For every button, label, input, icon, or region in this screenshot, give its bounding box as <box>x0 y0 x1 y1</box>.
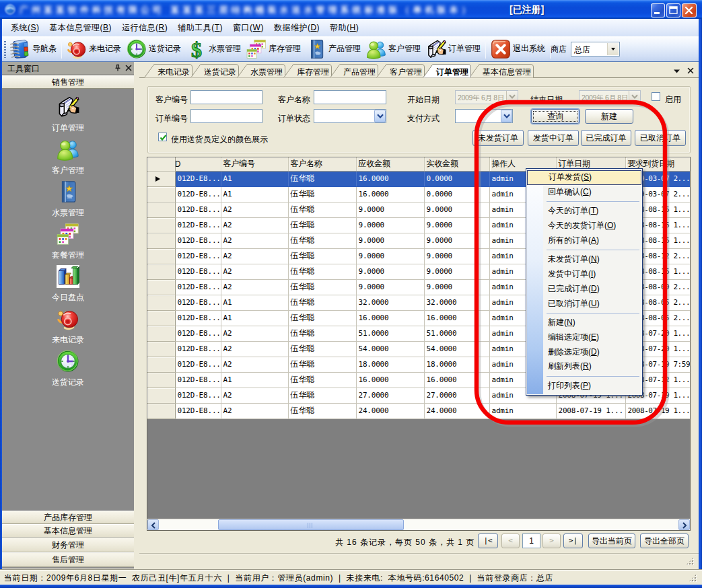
row-header-cell[interactable] <box>147 372 175 388</box>
tab-客户管理[interactable]: 客户管理 <box>376 64 425 78</box>
sidebar-item-来电记录[interactable]: 来电记录 <box>2 307 134 346</box>
export-current-page-button[interactable]: 导出当前页 <box>588 534 635 548</box>
row-header-cell[interactable] <box>147 310 175 326</box>
resize-grip-icon[interactable] <box>689 574 697 582</box>
tab-来电记录[interactable]: 来电记录 <box>144 64 193 78</box>
next-page-button[interactable]: > <box>542 534 561 548</box>
toolbar-button-库存管理[interactable]: 库存管理 <box>244 38 304 61</box>
row-header-cell[interactable] <box>147 341 175 357</box>
context-menu-item-编辑选定项[interactable]: 编辑选定项(E) <box>526 330 642 345</box>
column-header-ID[interactable]: ID <box>175 157 221 171</box>
menu-4[interactable]: 辅助工具(T) <box>174 19 226 36</box>
row-header-cell[interactable] <box>147 295 175 310</box>
first-page-button[interactable]: |< <box>478 534 498 548</box>
row-header-cell[interactable] <box>147 264 175 279</box>
tab-订单管理[interactable]: 订单管理 <box>423 64 472 78</box>
sidebar-group-售后管理[interactable]: 售后管理 <box>2 552 134 567</box>
filter-button-已取消订单[interactable]: 已取消订单 <box>635 130 686 146</box>
search-button[interactable]: 查询 <box>531 109 580 124</box>
sidebar-item-客户管理[interactable]: 客户管理 <box>2 138 134 176</box>
scrollbar-thumb[interactable] <box>218 519 404 530</box>
customer-name-field[interactable] <box>314 90 386 104</box>
tab-产品管理[interactable]: 产品管理 <box>330 64 379 78</box>
maximize-button[interactable] <box>666 3 680 17</box>
context-menu-item-发货中订单[interactable]: 发货中订单(I) <box>526 267 642 282</box>
color-display-checkbox[interactable] <box>158 133 167 141</box>
menu-5[interactable]: 窗口(W) <box>230 19 267 36</box>
enable-checkbox[interactable] <box>652 92 660 101</box>
row-header-cell[interactable] <box>147 171 175 186</box>
sidebar-group-基本信息管理[interactable]: 基本信息管理 <box>2 524 134 538</box>
sidebar-section-header[interactable]: 销售管理 <box>2 75 134 89</box>
row-header-cell[interactable] <box>147 357 175 372</box>
page-number-input[interactable]: 1 <box>522 534 540 548</box>
scroll-right-button[interactable] <box>678 519 690 530</box>
context-menu-item-打印列表[interactable]: 打印列表(P) <box>526 379 642 394</box>
filter-button-已完成订单[interactable]: 已完成订单 <box>581 130 631 146</box>
scroll-left-button[interactable] <box>147 519 159 530</box>
last-page-button[interactable]: >| <box>563 534 583 548</box>
toolbar-button-产品管理[interactable]: 产品管理 <box>304 38 363 61</box>
toolbar-grip[interactable] <box>4 40 6 58</box>
context-menu-item-刷新列表[interactable]: 刷新列表(R) <box>526 359 642 374</box>
context-menu-item-删除选定项[interactable]: 删除选定项(D) <box>526 345 642 360</box>
sidebar-item-今日盘点[interactable]: 今日盘点 <box>2 265 134 303</box>
context-menu-item-未发货订单[interactable]: 未发货订单(N) <box>526 252 642 267</box>
filter-button-未发货订单[interactable]: 未发货订单 <box>472 130 524 146</box>
tab-scroll-down-icon[interactable] <box>673 69 680 74</box>
pay-method-select[interactable] <box>455 109 513 123</box>
toolbar-button-客户管理[interactable]: 客户管理 <box>363 38 423 61</box>
row-header-cell[interactable] <box>147 186 175 202</box>
row-header-cell[interactable] <box>147 279 175 295</box>
row-header-cell[interactable] <box>147 233 175 248</box>
tab-close-icon[interactable] <box>687 67 695 75</box>
pin-icon[interactable] <box>114 64 122 72</box>
grid-hscrollbar[interactable] <box>147 519 690 530</box>
close-button[interactable] <box>682 3 697 17</box>
toolbar-button-来电记录[interactable]: 来电记录 <box>64 38 124 61</box>
table-row[interactable]: 012D-E8...A2伍华聪24.000024.0000admin2008-0… <box>147 403 691 418</box>
column-header-客户名称[interactable]: 客户名称 <box>288 157 356 171</box>
tab-送货记录[interactable]: 送货记录 <box>190 64 240 78</box>
minimize-button[interactable] <box>651 3 665 17</box>
row-header-cell[interactable] <box>147 202 175 217</box>
tab-水票管理[interactable]: 水票管理 <box>237 64 286 78</box>
toolbar-button-水票管理[interactable]: 水票管理 <box>184 38 244 61</box>
context-menu-item-已完成订单[interactable]: 已完成订单(D) <box>526 282 642 297</box>
order-status-select[interactable] <box>314 109 386 123</box>
menu-6[interactable]: 数据维护(D) <box>271 19 323 36</box>
row-header-cell[interactable] <box>147 388 175 403</box>
tab-库存管理[interactable]: 库存管理 <box>283 64 332 78</box>
export-all-pages-button[interactable]: 导出全部页 <box>640 534 689 548</box>
toolbar-button-退出系统[interactable]: 退出系统 <box>488 38 548 61</box>
context-menu-item-已取消订单[interactable]: 已取消订单(U) <box>526 297 642 311</box>
shop-select[interactable]: 总店 <box>571 42 620 57</box>
menu-2[interactable]: 基本信息管理(B) <box>46 19 116 36</box>
sidebar-item-套餐管理[interactable]: 套餐管理 <box>2 223 134 261</box>
row-header-cell[interactable] <box>147 403 175 418</box>
toolbar-button-送货记录[interactable]: 送货记录 <box>124 38 184 61</box>
column-header-应收金额[interactable]: 应收金额 <box>356 157 424 171</box>
prev-page-button[interactable]: < <box>501 534 520 548</box>
close-tool-window-icon[interactable] <box>125 64 133 72</box>
sidebar-item-送货记录[interactable]: 送货记录 <box>2 350 134 388</box>
context-menu-item-今天的发货订单[interactable]: 今天的发货订单(O) <box>526 219 642 233</box>
sidebar-group-财务管理[interactable]: 财务管理 <box>2 538 134 552</box>
context-menu-item-回单确认[interactable]: 回单确认(C) <box>526 185 642 200</box>
column-header-实收金额[interactable]: 实收金额 <box>424 157 489 171</box>
sidebar-group-产品库存管理[interactable]: 产品库存管理 <box>2 511 134 524</box>
column-header-客户编号[interactable]: 客户编号 <box>221 157 288 171</box>
sidebar-item-订单管理[interactable]: 订单管理 <box>2 96 134 134</box>
context-menu-item-所有的订单[interactable]: 所有的订单(A) <box>526 233 642 248</box>
filter-button-发货中订单[interactable]: 发货中订单 <box>528 130 579 146</box>
row-header-cell[interactable] <box>147 217 175 233</box>
end-date-picker[interactable]: 2009年 6月 8日 <box>579 90 641 104</box>
menu-7[interactable]: 帮助(H) <box>326 19 362 36</box>
context-menu-item-订单发货[interactable]: 订单发货(S) <box>527 170 641 185</box>
row-header-cell[interactable] <box>147 326 175 341</box>
menu-1[interactable]: 系统(S) <box>7 19 43 36</box>
context-menu-item-今天的订单[interactable]: 今天的订单(T) <box>526 204 642 219</box>
toolbar-button-订单管理[interactable]: 订单管理 <box>423 38 483 61</box>
tab-基本信息管理[interactable]: 基本信息管理 <box>469 64 534 78</box>
menu-3[interactable]: 运行信息(R) <box>118 19 171 36</box>
